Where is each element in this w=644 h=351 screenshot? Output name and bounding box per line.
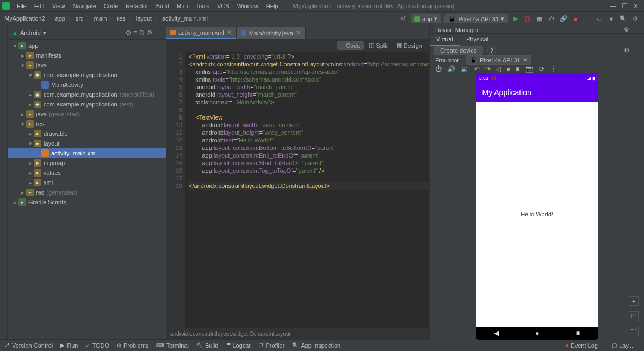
volume-down-icon[interactable]: 🔉 (461, 65, 469, 73)
target-icon[interactable]: ⊙ (126, 29, 131, 36)
tree-node[interactable]: ▾▸java (8, 60, 166, 70)
tool-run[interactable]: ▶Run (60, 342, 78, 349)
stop-icon[interactable]: ■ (571, 15, 580, 23)
tree-node[interactable]: ▾▸app (8, 41, 166, 51)
menu-run[interactable]: Run (173, 3, 191, 9)
menu-tools[interactable]: Tools (191, 3, 213, 9)
zoom-fit-button[interactable]: ⛶ (629, 327, 639, 336)
collapse-icon[interactable]: ≡ (133, 29, 137, 36)
profile-icon[interactable]: ⏱ (547, 15, 556, 23)
gear-icon[interactable]: ⚙ (624, 47, 630, 54)
tree-node[interactable]: MainActivity (8, 80, 166, 90)
tree-node[interactable]: ▸▸mipmap (8, 158, 166, 168)
device-selector[interactable]: 📱 Pixel 4a API 31 ▾ (444, 14, 508, 23)
layout-inspector-button[interactable]: ▢Lay... (612, 342, 633, 349)
settings-icon[interactable]: ⚙ (631, 15, 640, 23)
overview-icon[interactable]: ■ (516, 65, 519, 73)
menu-build[interactable]: Build (152, 3, 173, 9)
record-icon[interactable]: ⟳ (539, 65, 544, 73)
sync-icon[interactable]: ↺ (399, 15, 407, 23)
editor-tab[interactable]: activity_main.xml✕ (166, 27, 237, 39)
expand-icon[interactable]: ⇅ (139, 29, 145, 36)
tree-node[interactable]: activity_main.xml (8, 148, 166, 158)
volume-up-icon[interactable]: 🔊 (447, 65, 455, 73)
rotate-right-icon[interactable]: ↷ (485, 65, 491, 73)
tree-node[interactable]: ▸▸values (8, 168, 166, 178)
nav-overview-icon[interactable]: ■ (576, 329, 580, 337)
home-icon[interactable]: ● (506, 65, 510, 73)
tool-profiler[interactable]: ⏱Profiler (258, 342, 285, 349)
phone-body[interactable]: Hello World! (476, 102, 598, 327)
coverage-icon[interactable]: ▦ (535, 15, 544, 23)
project-tree[interactable]: ▾▸app▸▸manifests▾▸java▾◉com.example.myap… (8, 40, 166, 339)
tree-node[interactable]: ▸▸drawable (8, 129, 166, 139)
close-icon[interactable]: ✕ (523, 57, 528, 64)
tree-node[interactable]: ▾▸layout (8, 139, 166, 148)
crumb[interactable]: MyApplication2 (4, 15, 45, 22)
tree-node[interactable]: ▸▸res(generated) (8, 187, 166, 197)
minimize-icon[interactable]: — (610, 2, 616, 10)
close-icon[interactable]: ✕ (633, 2, 639, 10)
zoom-in-button[interactable]: + (629, 296, 639, 306)
menu-code[interactable]: Code (100, 3, 122, 9)
tree-node[interactable]: ▸▸manifests (8, 51, 166, 60)
phone-frame[interactable]: 3:53 🐞 ◢ ▮ My Application Hello World! ◀… (476, 73, 598, 340)
tree-node[interactable]: ▾▸res (8, 119, 166, 129)
project-view-selector[interactable]: ▲ Android ▾ (12, 29, 46, 36)
tree-node[interactable]: ▸◉com.example.myapplication(androidTest) (8, 90, 166, 99)
menu-help[interactable]: Help (262, 3, 282, 9)
editor-tab[interactable]: MainActivity.java✕ (237, 27, 306, 39)
device-tab-physical[interactable]: Physical (460, 34, 495, 46)
sdk-icon[interactable]: ▼ (607, 15, 616, 23)
code-editor[interactable]: 123456789101112131415161718 <?xml versio… (166, 52, 429, 328)
crumb[interactable]: layout (136, 15, 152, 22)
back-icon[interactable]: ◁ (496, 65, 501, 73)
crumb[interactable]: app (55, 15, 65, 22)
gear-icon[interactable]: ⚙ (624, 26, 629, 33)
hide-icon[interactable]: — (633, 47, 640, 54)
tree-node[interactable]: ▾◉com.example.myapplication (8, 70, 166, 80)
help-icon[interactable]: ? (487, 46, 496, 55)
menu-edit[interactable]: Edit (30, 3, 48, 9)
code-content[interactable]: <?xml version="1.0" encoding="utf-8"?><a… (185, 52, 429, 328)
tool-terminal[interactable]: ⌨Terminal (156, 342, 189, 349)
tree-node[interactable]: ▸▸java(generated) (8, 109, 166, 119)
nav-home-icon[interactable]: ● (535, 329, 539, 337)
power-icon[interactable]: ⏻ (435, 65, 442, 73)
editor-breadcrumb[interactable]: androidx.constraintlayout.widget.Constra… (166, 328, 429, 339)
more-icon[interactable]: ⋯ (583, 15, 592, 23)
maximize-icon[interactable]: ☐ (622, 2, 628, 10)
code-view-button[interactable]: ≡Code (337, 41, 364, 50)
menu-file[interactable]: File (13, 3, 30, 9)
crumb[interactable]: activity_main.xml (162, 15, 208, 22)
crumb[interactable]: src (76, 15, 84, 22)
menu-view[interactable]: View (48, 3, 69, 9)
menu-vcs[interactable]: VCS (213, 3, 233, 9)
tree-node[interactable]: ▸▸xml (8, 178, 166, 187)
menu-window[interactable]: Window (233, 3, 262, 9)
search-icon[interactable]: 🔍 (619, 15, 628, 23)
screenshot-icon[interactable]: 📷 (525, 65, 534, 73)
tree-node[interactable]: ▸▸Gradle Scripts (8, 197, 166, 207)
tool-problems[interactable]: ⊘Problems (117, 342, 148, 349)
debug-icon[interactable]: 🐞 (523, 15, 532, 23)
nav-back-icon[interactable]: ◀ (494, 329, 499, 337)
zoom-reset-button[interactable]: 1:1 (629, 311, 639, 321)
avd-icon[interactable]: ▭ (595, 15, 604, 23)
tool-todo[interactable]: ✓TODO (85, 342, 109, 349)
tool-app-inspection[interactable]: 🔍App Inspection (292, 342, 340, 349)
tool-version-control[interactable]: ⎇Version Control (3, 342, 53, 349)
split-view-button[interactable]: ◫Split (365, 41, 391, 50)
create-device-button[interactable]: Create device (434, 46, 483, 55)
crumb[interactable]: main (94, 15, 107, 22)
tool-build[interactable]: 🔨Build (196, 342, 218, 349)
emulator-chip[interactable]: 📱 Pixel 4a API 31 ✕ (466, 55, 531, 65)
more-icon[interactable]: ⋮ (550, 65, 556, 73)
run-icon[interactable]: ▶ (511, 15, 520, 23)
menu-refactor[interactable]: Refactor (122, 3, 152, 9)
tree-node[interactable]: ▸◉com.example.myapplication(test) (8, 99, 166, 109)
crumb[interactable]: res (117, 15, 125, 22)
menu-navigate[interactable]: Navigate (69, 3, 100, 9)
attach-icon[interactable]: 🔗 (559, 15, 568, 23)
gear-icon[interactable]: ⚙ (147, 29, 153, 36)
